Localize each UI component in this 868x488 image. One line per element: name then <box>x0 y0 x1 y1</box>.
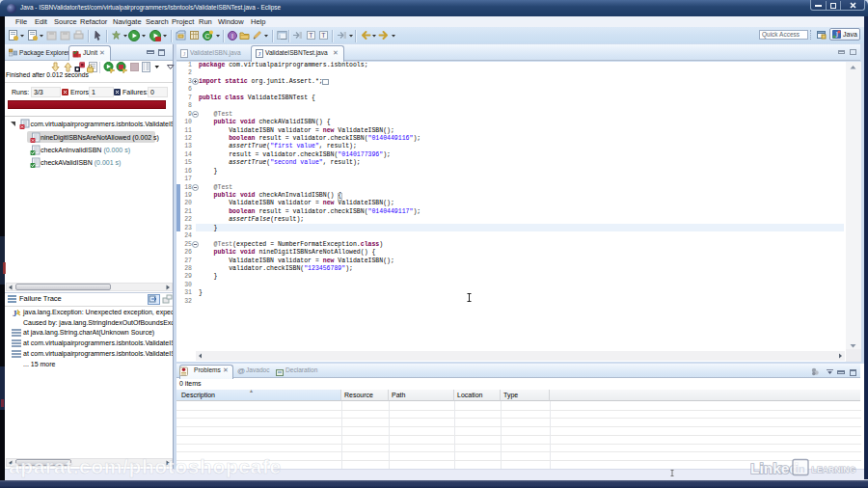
svg-text:J: J <box>258 50 261 58</box>
svg-text:Linked: Linked <box>750 460 799 476</box>
svg-text:LEARNING: LEARNING <box>812 465 856 474</box>
svg-text:C: C <box>204 33 209 40</box>
svg-text:in: in <box>796 463 805 474</box>
svg-text:T: T <box>309 32 313 39</box>
svg-text:T: T <box>321 32 326 39</box>
svg-text:J: J <box>183 50 186 58</box>
svg-text:I: I <box>231 33 233 40</box>
